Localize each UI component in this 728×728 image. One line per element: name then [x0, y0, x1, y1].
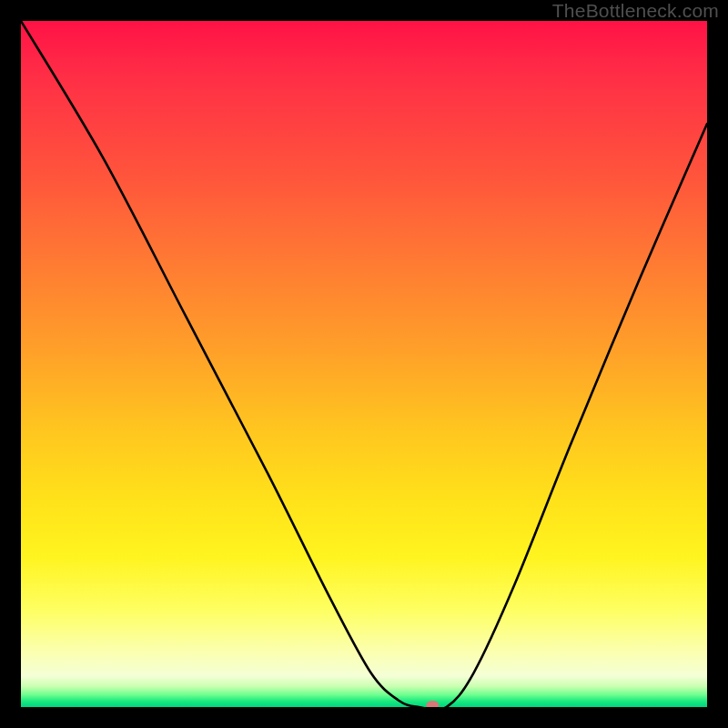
curve-layer — [21, 21, 707, 707]
plot-area — [21, 21, 707, 707]
bottleneck-curve-path — [21, 21, 707, 707]
watermark-label: TheBottleneck.com — [552, 0, 719, 22]
minimum-marker — [426, 701, 439, 707]
chart-frame: TheBottleneck.com — [0, 0, 728, 728]
